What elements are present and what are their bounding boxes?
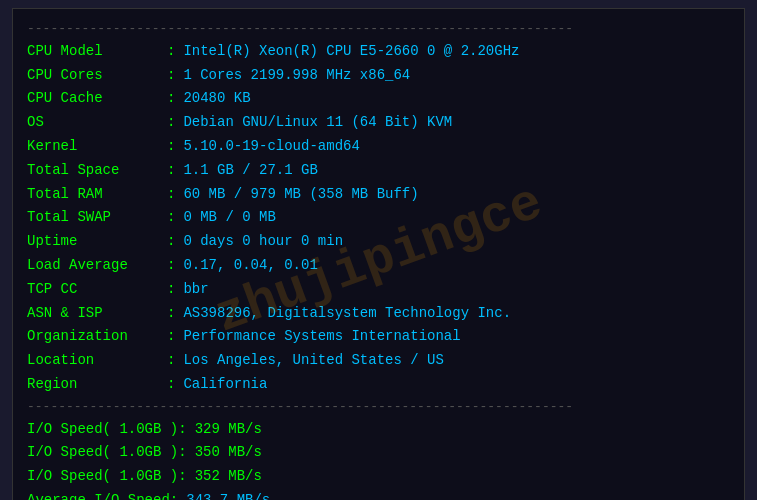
row-label: Region [27, 373, 167, 397]
row-value: 0.17, 0.04, 0.01 [183, 254, 317, 278]
table-row: ASN & ISP: AS398296, Digitalsystem Techn… [27, 302, 730, 326]
row-separator: : [167, 206, 175, 230]
table-row: Uptime: 0 days 0 hour 0 min [27, 230, 730, 254]
row-separator: : [167, 302, 175, 326]
table-row: CPU Model: Intel(R) Xeon(R) CPU E5-2660 … [27, 40, 730, 64]
row-value: Los Angeles, United States / US [183, 349, 443, 373]
table-row: Location: Los Angeles, United States / U… [27, 349, 730, 373]
row-label: Organization [27, 325, 167, 349]
row-label: Total Space [27, 159, 167, 183]
io-value: 352 MB/s [195, 465, 262, 489]
row-value: 20480 KB [183, 87, 250, 111]
table-row: Total Space: 1.1 GB / 27.1 GB [27, 159, 730, 183]
io-separator: : [178, 418, 186, 442]
row-label: Kernel [27, 135, 167, 159]
terminal-window: zhujipingce ----------------------------… [12, 8, 745, 500]
divider-top: ----------------------------------------… [27, 19, 730, 40]
row-separator: : [167, 40, 175, 64]
io-separator: : [178, 441, 186, 465]
row-value: Performance Systems International [183, 325, 460, 349]
table-row: CPU Cache: 20480 KB [27, 87, 730, 111]
row-separator: : [167, 183, 175, 207]
row-separator: : [167, 159, 175, 183]
io-label: I/O Speed( 1.0GB ) [27, 465, 178, 489]
table-row: OS: Debian GNU/Linux 11 (64 Bit) KVM [27, 111, 730, 135]
row-separator: : [167, 87, 175, 111]
row-separator: : [167, 135, 175, 159]
row-value: AS398296, Digitalsystem Technology Inc. [183, 302, 511, 326]
io-label: I/O Speed( 1.0GB ) [27, 418, 178, 442]
io-separator: : [178, 465, 186, 489]
row-separator: : [167, 325, 175, 349]
row-separator: : [167, 254, 175, 278]
row-value: California [183, 373, 267, 397]
table-row: TCP CC: bbr [27, 278, 730, 302]
row-label: CPU Cores [27, 64, 167, 88]
row-label: Total RAM [27, 183, 167, 207]
row-label: Uptime [27, 230, 167, 254]
row-value: bbr [183, 278, 208, 302]
row-label: CPU Model [27, 40, 167, 64]
io-label: Average I/O Speed [27, 489, 170, 500]
row-label: ASN & ISP [27, 302, 167, 326]
io-label: I/O Speed( 1.0GB ) [27, 441, 178, 465]
row-value: 0 MB / 0 MB [183, 206, 275, 230]
table-row: Region: California [27, 373, 730, 397]
row-label: Location [27, 349, 167, 373]
row-separator: : [167, 111, 175, 135]
row-value: 5.10.0-19-cloud-amd64 [183, 135, 359, 159]
io-row: I/O Speed( 1.0GB ): 352 MB/s [27, 465, 730, 489]
table-row: Total SWAP: 0 MB / 0 MB [27, 206, 730, 230]
row-value: Debian GNU/Linux 11 (64 Bit) KVM [183, 111, 452, 135]
io-value: 350 MB/s [195, 441, 262, 465]
row-value: Intel(R) Xeon(R) CPU E5-2660 0 @ 2.20GHz [183, 40, 519, 64]
table-row: Load Average: 0.17, 0.04, 0.01 [27, 254, 730, 278]
row-value: 0 days 0 hour 0 min [183, 230, 343, 254]
system-info-section: CPU Model: Intel(R) Xeon(R) CPU E5-2660 … [27, 40, 730, 397]
io-speed-section: I/O Speed( 1.0GB ): 329 MB/sI/O Speed( 1… [27, 418, 730, 500]
row-separator: : [167, 278, 175, 302]
row-label: Load Average [27, 254, 167, 278]
row-label: CPU Cache [27, 87, 167, 111]
row-label: Total SWAP [27, 206, 167, 230]
io-row: I/O Speed( 1.0GB ): 350 MB/s [27, 441, 730, 465]
io-value: 329 MB/s [195, 418, 262, 442]
row-value: 1 Cores 2199.998 MHz x86_64 [183, 64, 410, 88]
divider-middle: ----------------------------------------… [27, 397, 730, 418]
table-row: CPU Cores: 1 Cores 2199.998 MHz x86_64 [27, 64, 730, 88]
row-value: 1.1 GB / 27.1 GB [183, 159, 317, 183]
row-value: 60 MB / 979 MB (358 MB Buff) [183, 183, 418, 207]
table-row: Organization: Performance Systems Intern… [27, 325, 730, 349]
row-label: OS [27, 111, 167, 135]
row-separator: : [167, 349, 175, 373]
io-row: I/O Speed( 1.0GB ): 329 MB/s [27, 418, 730, 442]
io-row: Average I/O Speed: 343.7 MB/s [27, 489, 730, 500]
io-value: 343.7 MB/s [186, 489, 270, 500]
row-separator: : [167, 64, 175, 88]
table-row: Kernel: 5.10.0-19-cloud-amd64 [27, 135, 730, 159]
row-separator: : [167, 230, 175, 254]
table-row: Total RAM: 60 MB / 979 MB (358 MB Buff) [27, 183, 730, 207]
io-separator: : [170, 489, 178, 500]
row-separator: : [167, 373, 175, 397]
row-label: TCP CC [27, 278, 167, 302]
